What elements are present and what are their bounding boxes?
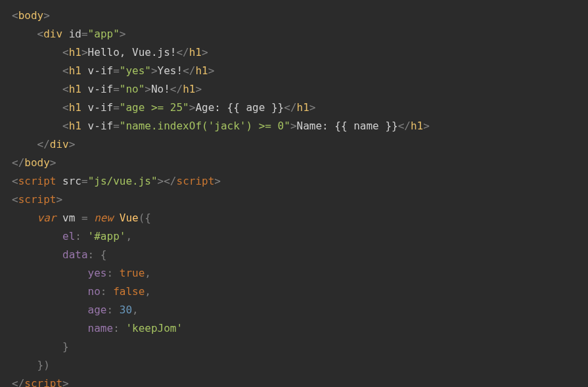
code-token: = — [81, 28, 88, 40]
code-line[interactable]: no: false, — [12, 283, 576, 301]
code-token: = — [113, 64, 120, 77]
code-token: < — [62, 64, 69, 77]
code-line[interactable]: var vm = new Vue({ — [12, 209, 576, 227]
code-token: div — [43, 28, 69, 40]
code-line[interactable]: <h1>Hello, Vue.js!</h1> — [12, 43, 576, 62]
code-line[interactable]: </div> — [12, 135, 576, 154]
code-line[interactable]: <h1 v-if="name.indexOf('jack') >= 0">Nam… — [12, 117, 576, 135]
code-token: = — [113, 83, 120, 95]
code-token: h1 — [69, 120, 88, 132]
code-token — [12, 248, 62, 261]
code-token: id — [69, 28, 81, 40]
code-token: "age >= 25" — [120, 101, 189, 114]
code-line[interactable]: </script> — [12, 375, 576, 387]
code-token: body — [24, 156, 50, 169]
code-token: h1 — [297, 101, 309, 114]
code-token: , — [132, 304, 139, 316]
code-token: src — [62, 175, 81, 187]
code-token: script — [18, 175, 62, 187]
code-token: : — [75, 230, 87, 242]
code-token: </ — [284, 101, 296, 114]
code-token: Hello, Vue.js! — [88, 46, 177, 58]
code-token: : { — [88, 248, 107, 261]
code-token — [12, 285, 88, 298]
code-token: true — [120, 267, 145, 279]
code-token: > — [43, 9, 50, 22]
code-token — [12, 230, 62, 242]
code-token: < — [37, 28, 44, 40]
code-token: </ — [12, 377, 24, 387]
code-line[interactable]: }) — [12, 356, 576, 375]
code-token: </ — [176, 46, 189, 58]
code-line[interactable]: <h1 v-if="yes">Yes!</h1> — [12, 62, 576, 80]
code-line[interactable]: <div id="app"> — [12, 25, 576, 43]
code-token — [12, 83, 62, 95]
code-token: v-if — [88, 64, 114, 77]
code-token: div — [50, 138, 69, 150]
code-token — [12, 138, 37, 150]
code-token: > — [189, 101, 196, 114]
code-token — [12, 340, 62, 353]
code-token: < — [12, 9, 18, 22]
code-token: h1 — [183, 83, 195, 95]
code-token: < — [12, 175, 18, 187]
code-token: > — [151, 64, 158, 77]
code-line[interactable]: yes: true, — [12, 264, 576, 283]
code-token — [12, 212, 37, 224]
code-token: h1 — [69, 101, 88, 114]
code-token: "yes" — [120, 64, 151, 77]
code-line[interactable]: name: 'keepJom' — [12, 319, 576, 338]
code-token: h1 — [69, 64, 88, 77]
code-line[interactable]: <h1 v-if="age >= 25">Age: {{ age }}</h1> — [12, 99, 576, 117]
code-token: new — [94, 212, 120, 224]
code-token: </ — [170, 83, 183, 95]
code-token: > — [120, 28, 126, 40]
code-token: body — [18, 9, 44, 22]
code-token — [12, 64, 62, 77]
code-token: h1 — [69, 46, 81, 58]
code-token: < — [62, 46, 69, 58]
code-token: : — [113, 322, 125, 334]
code-token: > — [56, 193, 62, 206]
code-token: v-if — [88, 120, 114, 132]
code-token: > — [214, 175, 221, 187]
code-token: "name.indexOf('jack') >= 0" — [120, 120, 290, 132]
code-line[interactable]: data: { — [12, 246, 576, 264]
code-token: > — [69, 138, 76, 150]
code-editor[interactable]: <body> <div id="app"> <h1>Hello, Vue.js!… — [12, 7, 576, 387]
code-token: : — [107, 304, 120, 316]
code-token: : — [107, 267, 120, 279]
code-token: vm — [62, 212, 81, 224]
code-token — [12, 46, 62, 58]
code-token — [12, 359, 37, 371]
code-token: No! — [151, 83, 170, 95]
code-line[interactable]: <script src="js/vue.js"></script> — [12, 172, 576, 191]
code-line[interactable]: <script> — [12, 191, 576, 209]
code-token: = — [113, 120, 120, 132]
code-line[interactable]: </body> — [12, 154, 576, 172]
code-token: ({ — [139, 212, 151, 224]
code-token: > — [423, 120, 430, 132]
code-token: , — [145, 267, 151, 279]
code-token: 30 — [120, 304, 132, 316]
code-token: > — [62, 377, 69, 387]
code-token — [12, 322, 88, 334]
code-token: h1 — [69, 83, 88, 95]
code-line[interactable]: el: '#app', — [12, 227, 576, 246]
code-token: v-if — [88, 101, 114, 114]
code-token: Age: {{ age }} — [195, 101, 284, 114]
code-token: "no" — [120, 83, 145, 95]
code-token: name — [88, 322, 114, 334]
code-token: : — [101, 285, 113, 298]
code-line[interactable]: age: 30, — [12, 301, 576, 319]
code-line[interactable]: <h1 v-if="no">No!</h1> — [12, 80, 576, 99]
code-token — [12, 28, 37, 40]
code-token: el — [62, 230, 75, 242]
code-token: , — [125, 230, 132, 242]
code-token: v-if — [88, 83, 114, 95]
code-token: "app" — [88, 28, 120, 40]
code-token: > — [50, 156, 57, 169]
code-token: > — [290, 120, 297, 132]
code-line[interactable]: <body> — [12, 7, 576, 25]
code-line[interactable]: } — [12, 338, 576, 356]
